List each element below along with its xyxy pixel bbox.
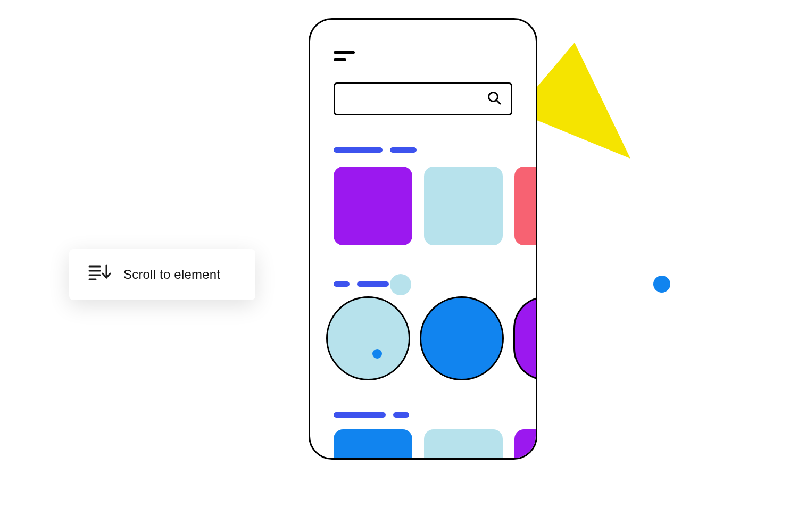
section-3-row[interactable] — [334, 429, 537, 460]
card-item[interactable] — [514, 429, 537, 460]
scroll-to-element-icon — [88, 264, 112, 285]
section-1-heading — [334, 147, 417, 153]
section-2-heading — [334, 281, 389, 287]
card-item[interactable] — [334, 429, 412, 460]
circle-item[interactable] — [420, 296, 504, 380]
card-item[interactable] — [514, 167, 537, 245]
card-item[interactable] — [424, 429, 503, 460]
decoration-dot-blue — [653, 276, 670, 293]
circle-item[interactable] — [326, 296, 410, 380]
card-item[interactable] — [424, 167, 503, 245]
scroll-to-element-label: Scroll to element — [123, 267, 220, 282]
svg-line-8 — [497, 101, 501, 104]
scroll-to-element-card[interactable]: Scroll to element — [69, 249, 255, 300]
search-input[interactable] — [334, 82, 512, 115]
phone-frame — [309, 18, 537, 460]
section-3-heading — [334, 412, 409, 418]
card-item[interactable] — [334, 167, 412, 245]
menu-icon[interactable] — [334, 49, 355, 62]
section-1-row[interactable] — [334, 167, 537, 245]
section-2-row[interactable] — [326, 296, 537, 380]
section-2-accent-dot — [390, 274, 411, 295]
circle-item[interactable] — [513, 296, 537, 380]
search-icon — [487, 91, 501, 107]
